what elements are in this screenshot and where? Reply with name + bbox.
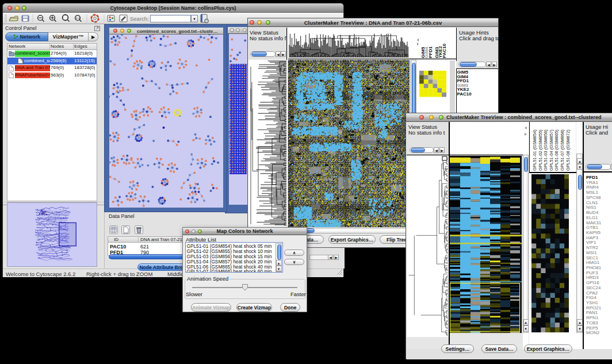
svg-text:PFD1: PFD1 xyxy=(428,46,433,58)
svg-text:GPL51-06 (GSM865): GPL51-06 (GSM865) xyxy=(554,129,559,171)
svg-text:GPL51-07 (GSM868): GPL51-07 (GSM868) xyxy=(560,129,565,171)
svg-text:PAC10: PAC10 xyxy=(442,43,447,58)
svg-text:GPL51-08 (GSM872): GPL51-08 (GSM872) xyxy=(565,129,571,171)
svg-text:1:1: 1:1 xyxy=(76,16,81,20)
svg-text:GPL51-02 (GSM855): GPL51-02 (GSM855) xyxy=(538,129,543,171)
svg-text:GPL51-01 (GSM854): GPL51-01 (GSM854) xyxy=(532,129,537,171)
svg-text:GPL51-04 (GSM857): GPL51-04 (GSM857) xyxy=(549,129,554,171)
svg-text:Search:: Search: xyxy=(130,16,149,22)
svg-text:GPL51-03 (GSM856): GPL51-03 (GSM856) xyxy=(543,129,548,171)
